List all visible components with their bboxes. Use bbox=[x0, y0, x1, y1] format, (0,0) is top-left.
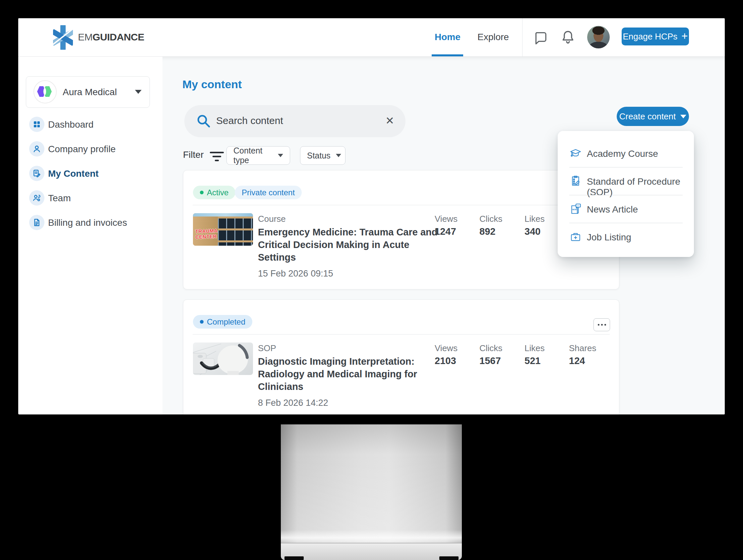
sidebar-item-label: Company profile bbox=[48, 144, 116, 155]
card-divider bbox=[192, 205, 610, 205]
sidebar-item-dashboard[interactable]: Dashboard bbox=[29, 112, 162, 137]
stat-views: Views 2103 bbox=[435, 343, 478, 353]
engage-hcps-label: Engage HCPs bbox=[623, 32, 678, 42]
menu-item-job-listing[interactable]: Job Listing bbox=[558, 224, 694, 250]
page-title: My content bbox=[182, 78, 242, 91]
stat-value: 1567 bbox=[479, 355, 501, 367]
hexagon-overlap bbox=[43, 88, 46, 95]
graduation-cap-icon bbox=[569, 147, 582, 160]
stand-foot-left bbox=[285, 556, 304, 560]
sidebar-item-label: Dashboard bbox=[48, 119, 93, 130]
course-thumbnail: TRAUMA CENTER bbox=[193, 213, 253, 246]
status-dot bbox=[200, 320, 204, 324]
status-badge-label: Active bbox=[207, 188, 228, 197]
visibility-badge: Private content bbox=[235, 186, 302, 199]
monitor-stand bbox=[281, 424, 462, 544]
menu-divider bbox=[569, 195, 683, 195]
brand-prefix: EM bbox=[78, 32, 92, 42]
clear-search-icon[interactable]: ✕ bbox=[385, 115, 394, 127]
sidebar-item-my-content[interactable]: My Content bbox=[29, 161, 162, 186]
stat-clicks: Clicks 892 bbox=[479, 214, 523, 224]
visibility-badge-label: Private content bbox=[242, 188, 295, 197]
status-badge: Completed bbox=[193, 315, 252, 329]
menu-item-academy-course[interactable]: Academy Course bbox=[558, 140, 694, 167]
brand-name: GUIDANCE bbox=[92, 32, 144, 42]
stat-views: Views 1247 bbox=[435, 214, 478, 224]
sidebar-item-company-profile[interactable]: Company profile bbox=[29, 137, 162, 161]
monitor-stand-base bbox=[281, 543, 462, 560]
laptop-mockup: EMGUIDANCE Home Explore Engage HCPs + bbox=[0, 0, 743, 560]
sidebar-item-label: My Content bbox=[48, 168, 98, 179]
svg-text:NEWS: NEWS bbox=[572, 209, 577, 211]
search-input[interactable]: Search content ✕ bbox=[184, 105, 405, 137]
notifications-bell-icon[interactable] bbox=[560, 29, 575, 44]
stat-label: Views bbox=[435, 343, 478, 353]
content-card-sop[interactable]: Completed bbox=[183, 299, 619, 415]
menu-item-label: Standard of Procedure (SOP) bbox=[587, 176, 694, 198]
menu-item-label: News Article bbox=[587, 204, 638, 215]
user-avatar[interactable] bbox=[587, 26, 610, 48]
menu-item-news-article[interactable]: NEWS News Article bbox=[558, 196, 694, 222]
content-title: Emergency Medicine: Trauma Care and Crit… bbox=[258, 226, 438, 264]
engage-hcps-button[interactable]: Engage HCPs + bbox=[622, 28, 689, 45]
trauma-center-sign: TRAUMA CENTER bbox=[195, 228, 218, 240]
content-type-dropdown[interactable]: Content type bbox=[226, 146, 290, 165]
sop-thumbnail bbox=[193, 343, 253, 375]
menu-item-sop[interactable]: Standard of Procedure (SOP) bbox=[558, 168, 694, 195]
company-selector[interactable]: Aura Medical bbox=[26, 76, 150, 108]
clipboard-pencil-icon bbox=[569, 175, 582, 187]
status-dot bbox=[200, 191, 204, 194]
content-title: Diagnostic Imaging Interpretation: Radio… bbox=[258, 355, 417, 393]
sidebar-item-team[interactable]: Team bbox=[29, 186, 162, 210]
stand-foot-right bbox=[439, 556, 458, 560]
filter-icon[interactable] bbox=[210, 151, 224, 162]
content-type-label: Content type bbox=[233, 146, 272, 165]
status-label: Status bbox=[307, 151, 331, 161]
stat-label: Clicks bbox=[479, 343, 523, 353]
menu-divider bbox=[569, 223, 683, 223]
thumbnail-windows bbox=[218, 216, 253, 246]
status-badge-label: Completed bbox=[207, 317, 245, 327]
more-options-button[interactable] bbox=[594, 318, 610, 331]
nav-tab-home[interactable]: Home bbox=[435, 32, 461, 42]
thumbnail-sky bbox=[193, 213, 253, 216]
plus-icon: + bbox=[681, 30, 688, 42]
brand-wordmark: EMGUIDANCE bbox=[78, 32, 144, 43]
emguidance-logo-icon bbox=[53, 25, 73, 50]
messages-icon[interactable] bbox=[532, 30, 548, 45]
search-icon bbox=[195, 113, 212, 129]
nav-tab-explore[interactable]: Explore bbox=[477, 32, 509, 42]
briefcase-plus-icon bbox=[569, 230, 582, 243]
sidebar-item-billing[interactable]: Billing and invoices bbox=[29, 210, 162, 235]
stat-label: Views bbox=[435, 214, 478, 224]
stat-label: Shares bbox=[569, 343, 612, 353]
active-tab-underline bbox=[432, 54, 463, 56]
stat-label: Likes bbox=[525, 343, 568, 353]
menu-divider bbox=[569, 167, 683, 167]
top-header: EMGUIDANCE Home Explore Engage HCPs + bbox=[18, 18, 725, 57]
create-content-label: Create content bbox=[619, 112, 676, 122]
search-placeholder: Search content bbox=[216, 115, 283, 126]
stat-value: 892 bbox=[479, 226, 495, 237]
content-date: 8 Feb 2026 14:22 bbox=[258, 398, 328, 408]
company-name: Aura Medical bbox=[63, 87, 117, 97]
stat-likes: Likes 521 bbox=[525, 343, 568, 353]
content-card-course[interactable]: Active Private content TRAUMA CENTER Cou… bbox=[183, 170, 619, 290]
content-type-tag: SOP bbox=[258, 343, 276, 353]
filter-label: Filter bbox=[183, 149, 204, 160]
stat-value: 2103 bbox=[435, 355, 456, 367]
stat-value: 521 bbox=[525, 355, 540, 367]
stat-value: 124 bbox=[569, 355, 585, 367]
create-content-button[interactable]: Create content bbox=[617, 107, 689, 126]
sidebar-item-label: Billing and invoices bbox=[48, 217, 127, 228]
status-dropdown[interactable]: Status bbox=[300, 146, 346, 165]
status-badge: Active bbox=[193, 186, 235, 199]
sidebar-item-label: Team bbox=[48, 193, 71, 204]
content-date: 15 Feb 2026 09:15 bbox=[258, 268, 333, 279]
invoice-icon bbox=[29, 215, 44, 230]
team-icon bbox=[29, 190, 44, 206]
stat-label: Clicks bbox=[479, 214, 523, 224]
chevron-down-icon bbox=[336, 154, 341, 157]
app-window: EMGUIDANCE Home Explore Engage HCPs + bbox=[18, 18, 725, 415]
menu-item-label: Job Listing bbox=[587, 232, 631, 243]
